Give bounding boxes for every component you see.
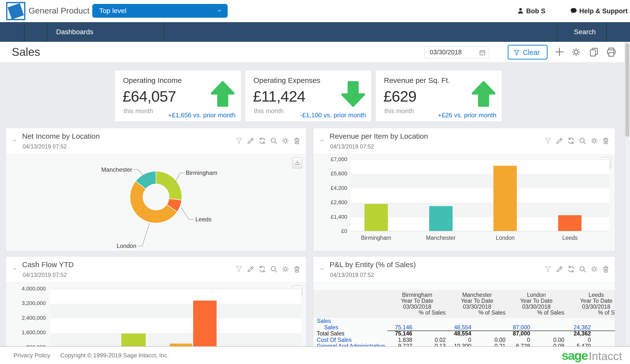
- y-tick: £4,200: [315, 185, 347, 191]
- row-label-link[interactable]: General And Administrative: [313, 343, 387, 346]
- add-component-icon[interactable]: [554, 46, 565, 57]
- x-category: Leeds: [545, 235, 594, 241]
- bar-leeds[interactable]: [558, 215, 582, 231]
- date-filter-input[interactable]: [429, 46, 476, 58]
- donut-slice-birmingham[interactable]: [156, 171, 182, 200]
- panel-timestamp: 04/13/2019 07:52: [330, 272, 374, 278]
- edit-icon[interactable]: [247, 137, 254, 145]
- trend-up-arrow-icon: [472, 81, 496, 107]
- collapse-chevron-icon[interactable]: [319, 267, 325, 271]
- nav-divider: [557, 22, 558, 42]
- edit-icon[interactable]: [556, 265, 563, 273]
- kpi-card-revenue-per-sqft[interactable]: Revenue per Sq. Ft. £629 this month +£26…: [375, 70, 502, 122]
- zoom-icon[interactable]: [270, 265, 278, 273]
- sage-intacct-dashboard: General Product Top level Bob S Help & S…: [0, 0, 630, 364]
- panel-revenue-per-item-by-location: Revenue per Item by Location 04/13/2019 …: [313, 128, 615, 251]
- x-category: Birmingham: [352, 235, 401, 241]
- refresh-icon[interactable]: [567, 137, 575, 145]
- zoom-icon[interactable]: [579, 137, 586, 145]
- bar-cash-1[interactable]: [121, 334, 146, 346]
- print-icon[interactable]: [606, 47, 617, 57]
- pnl-table-header: Birmingham Year To Date 03/30/2018 % of …: [313, 290, 615, 318]
- pnl-table: Birmingham Year To Date 03/30/2018 % of …: [313, 290, 615, 346]
- panel-toolbar: [544, 265, 610, 273]
- nav-divider: [606, 22, 607, 42]
- cell-link[interactable]: 48,554: [447, 325, 473, 331]
- kpi-title: Revenue per Sq. Ft.: [384, 76, 450, 85]
- scrollbar-thumb[interactable]: [625, 43, 629, 137]
- panel-pnl-by-entity: P&L by Entity (% of Sales) 04/13/2019 07…: [313, 256, 615, 346]
- delete-icon[interactable]: [293, 265, 301, 273]
- row-label-link[interactable]: Sales: [313, 325, 387, 331]
- delete-icon[interactable]: [602, 265, 610, 273]
- bar-manchester[interactable]: [429, 206, 452, 231]
- refresh-icon[interactable]: [258, 265, 266, 273]
- settings-icon[interactable]: [282, 137, 289, 145]
- top-header: General Product Top level Bob S Help & S…: [0, 0, 630, 22]
- table-row-cost-of-sales: Cost Of Sales 1,838 0.02 0 0.00 0 0.00 0: [313, 337, 615, 343]
- filter-icon[interactable]: [235, 137, 243, 145]
- nav-search[interactable]: Search: [574, 28, 596, 36]
- panel-timestamp: 04/13/2019 07:52: [23, 272, 67, 278]
- copyright-text: Copyright © 1999-2019 Sage Intacct, Inc.: [60, 352, 169, 359]
- row-label-link[interactable]: Cost Of Sales: [313, 337, 387, 343]
- table-row-sales-group: Sales: [313, 318, 615, 325]
- entity-selector-dropdown[interactable]: Top level: [92, 4, 228, 18]
- cell-link[interactable]: 87,000: [507, 325, 532, 331]
- donut-label-birmingham: Birmingham: [186, 169, 217, 176]
- panel-title: P&L by Entity (% of Sales): [330, 261, 416, 269]
- settings-icon[interactable]: [590, 265, 598, 273]
- user-icon: [517, 7, 524, 14]
- collapse-chevron-icon[interactable]: [11, 267, 18, 271]
- donut-label-london: London: [117, 243, 136, 249]
- zoom-icon[interactable]: [270, 137, 278, 145]
- settings-icon[interactable]: [590, 137, 598, 145]
- panel-net-income-by-location: Net Income by Location 04/13/2019 07:52: [6, 128, 306, 251]
- kpi-card-operating-income[interactable]: Operating Income £64,057 this month +£1,…: [114, 70, 241, 122]
- kpi-card-operating-expenses[interactable]: Operating Expenses £11,424 this month -£…: [245, 70, 372, 122]
- delete-icon[interactable]: [602, 137, 610, 145]
- nav-dashboards[interactable]: Dashboards: [56, 28, 93, 36]
- edit-icon[interactable]: [247, 265, 254, 273]
- help-support-menu[interactable]: Help & Support: [570, 0, 629, 22]
- zoom-icon[interactable]: [579, 265, 586, 273]
- collapse-chevron-icon[interactable]: [11, 138, 18, 143]
- bar-london[interactable]: [494, 166, 517, 231]
- clear-filter-button[interactable]: Clear: [508, 45, 548, 59]
- privacy-policy-link[interactable]: Privacy Policy: [14, 352, 50, 359]
- user-name: Bob S: [526, 7, 545, 15]
- cell-link[interactable]: 24,362: [566, 325, 592, 331]
- bar-cash-2[interactable]: [170, 344, 192, 346]
- table-row-total-sales: Total Sales 75,146 48,554 87,000 24,362: [313, 331, 615, 337]
- chevron-down-icon: [217, 8, 222, 13]
- edit-icon[interactable]: [556, 137, 563, 145]
- y-tick: 3,200,000: [9, 300, 46, 307]
- net-income-donut-chart: Manchester Birmingham Leeds London: [6, 154, 306, 251]
- filter-icon[interactable]: [544, 137, 552, 145]
- panel-toolbar: [235, 137, 301, 145]
- donut-label-leeds: Leeds: [196, 216, 212, 223]
- settings-gear-icon[interactable]: [571, 47, 581, 57]
- kpi-period: this month: [124, 107, 153, 115]
- bar-birmingham[interactable]: [364, 204, 388, 231]
- date-filter-field[interactable]: [424, 46, 489, 58]
- panel-toolbar: [235, 265, 301, 273]
- user-menu[interactable]: Bob S: [517, 0, 551, 22]
- trend-up-arrow-icon: [211, 81, 234, 107]
- collapse-chevron-icon[interactable]: [319, 138, 325, 143]
- settings-icon[interactable]: [282, 265, 289, 273]
- bar-cash-3[interactable]: [193, 301, 216, 346]
- refresh-icon[interactable]: [567, 265, 575, 273]
- refresh-icon[interactable]: [258, 137, 266, 145]
- company-logo-icon[interactable]: [6, 2, 25, 20]
- delete-icon[interactable]: [293, 137, 301, 145]
- filter-icon[interactable]: [235, 265, 243, 273]
- grid-band: [351, 174, 609, 188]
- download-chart-button[interactable]: [292, 157, 302, 168]
- copy-dashboard-icon[interactable]: [589, 47, 599, 57]
- row-label: Total Sales: [313, 331, 387, 337]
- row-label-link[interactable]: Sales: [313, 318, 387, 325]
- cell-link[interactable]: 75,146: [387, 325, 414, 331]
- filter-icon[interactable]: [544, 265, 552, 273]
- calendar-icon[interactable]: [479, 49, 486, 56]
